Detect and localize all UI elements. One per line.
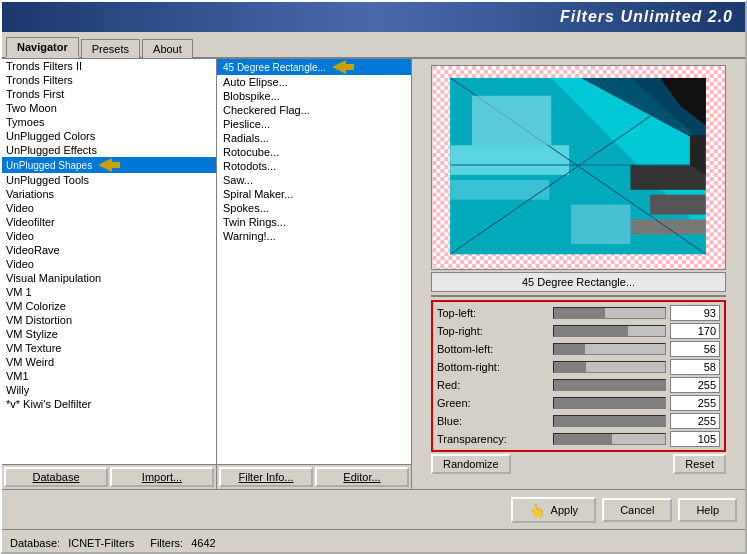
category-item[interactable]: VM Texture bbox=[2, 341, 216, 355]
tab-navigator[interactable]: Navigator bbox=[6, 37, 79, 58]
preview-container bbox=[431, 65, 726, 270]
param-value[interactable]: 58 bbox=[670, 359, 720, 375]
params-section: Top-left: 93 Top-right: 170 Bottom-left:… bbox=[431, 300, 726, 452]
filter-item[interactable]: Checkered Flag... bbox=[217, 103, 411, 117]
database-button[interactable]: Database bbox=[4, 467, 108, 487]
category-item[interactable]: Tymoes bbox=[2, 115, 216, 129]
param-value[interactable]: 255 bbox=[670, 413, 720, 429]
category-item[interactable]: UnPlugged Effects bbox=[2, 143, 216, 157]
param-value[interactable]: 105 bbox=[670, 431, 720, 447]
category-item[interactable]: VM Stylize bbox=[2, 327, 216, 341]
randomize-button[interactable]: Randomize bbox=[431, 454, 511, 474]
filter-item[interactable]: Auto Elipse... bbox=[217, 75, 411, 89]
category-item[interactable]: VM Distortion bbox=[2, 313, 216, 327]
tab-presets[interactable]: Presets bbox=[81, 39, 140, 58]
param-label: Top-right: bbox=[437, 325, 549, 337]
category-panel-bottom: Database Import... bbox=[2, 464, 216, 489]
filter-item[interactable]: Spokes... bbox=[217, 201, 411, 215]
category-item[interactable]: Video bbox=[2, 257, 216, 271]
category-panel: Tronds Filters IITronds FiltersTronds Fi… bbox=[2, 59, 217, 489]
main-content: Tronds Filters IITronds FiltersTronds Fi… bbox=[2, 59, 745, 489]
param-value[interactable]: 56 bbox=[670, 341, 720, 357]
filter-item[interactable]: Radials... bbox=[217, 131, 411, 145]
import-button[interactable]: Import... bbox=[110, 467, 214, 487]
category-item[interactable]: Video bbox=[2, 201, 216, 215]
cancel-button[interactable]: Cancel bbox=[602, 498, 672, 522]
param-slider[interactable] bbox=[553, 397, 667, 409]
help-button[interactable]: Help bbox=[678, 498, 737, 522]
param-slider[interactable] bbox=[553, 343, 667, 355]
param-slider[interactable] bbox=[553, 361, 667, 373]
filter-item[interactable]: Spiral Maker... bbox=[217, 187, 411, 201]
param-label: Blue: bbox=[437, 415, 549, 427]
param-row: Green: 255 bbox=[435, 394, 722, 412]
svg-rect-20 bbox=[571, 205, 630, 245]
preview-svg bbox=[432, 66, 725, 269]
tab-about[interactable]: About bbox=[142, 39, 193, 58]
param-slider[interactable] bbox=[553, 415, 667, 427]
param-label: Top-left: bbox=[437, 307, 549, 319]
status-bar: Database: ICNET-Filters Filters: 4642 bbox=[2, 529, 745, 554]
category-item[interactable]: VM Weird bbox=[2, 355, 216, 369]
category-item[interactable]: UnPlugged Colors bbox=[2, 129, 216, 143]
category-item[interactable]: UnPlugged Tools bbox=[2, 173, 216, 187]
editor-button[interactable]: Editor... bbox=[315, 467, 409, 487]
arrow-icon bbox=[98, 158, 120, 172]
category-item[interactable]: Two Moon bbox=[2, 101, 216, 115]
filter-list[interactable]: 45 Degree Rectangle... Auto Elipse...Blo… bbox=[217, 59, 411, 464]
param-row: Blue: 255 bbox=[435, 412, 722, 430]
filter-name-bar: 45 Degree Rectangle... bbox=[431, 272, 726, 292]
category-item[interactable]: Visual Manipulation bbox=[2, 271, 216, 285]
param-label: Bottom-right: bbox=[437, 361, 549, 373]
param-row: Bottom-right: 58 bbox=[435, 358, 722, 376]
title-bar: Filters Unlimited 2.0 bbox=[2, 2, 745, 32]
param-slider[interactable] bbox=[553, 379, 667, 391]
category-item[interactable]: Video bbox=[2, 229, 216, 243]
randomize-reset-row: Randomize Reset bbox=[431, 454, 726, 474]
svg-rect-14 bbox=[450, 180, 549, 200]
category-item[interactable]: UnPlugged Shapes bbox=[2, 157, 216, 173]
filter-item[interactable]: Pieslice... bbox=[217, 117, 411, 131]
filter-item[interactable]: Rotodots... bbox=[217, 159, 411, 173]
param-value[interactable]: 93 bbox=[670, 305, 720, 321]
filter-item[interactable]: Warning!... bbox=[217, 229, 411, 243]
arrow-icon bbox=[332, 60, 354, 74]
category-item[interactable]: VideoRave bbox=[2, 243, 216, 257]
category-item[interactable]: Tronds Filters bbox=[2, 73, 216, 87]
svg-text:👆: 👆 bbox=[529, 503, 546, 517]
filter-item[interactable]: Saw... bbox=[217, 173, 411, 187]
apply-button[interactable]: 👆 Apply bbox=[511, 497, 597, 523]
category-item[interactable]: VM 1 bbox=[2, 285, 216, 299]
svg-marker-1 bbox=[332, 60, 354, 74]
category-item[interactable]: Videofilter bbox=[2, 215, 216, 229]
param-value[interactable]: 255 bbox=[670, 377, 720, 393]
param-value[interactable]: 255 bbox=[670, 395, 720, 411]
category-item[interactable]: Variations bbox=[2, 187, 216, 201]
param-label: Transparency: bbox=[437, 433, 549, 445]
category-item[interactable]: VM Colorize bbox=[2, 299, 216, 313]
param-label: Bottom-left: bbox=[437, 343, 549, 355]
filter-item[interactable]: Blobspike... bbox=[217, 89, 411, 103]
reset-button[interactable]: Reset bbox=[673, 454, 726, 474]
param-slider[interactable] bbox=[553, 433, 667, 445]
param-value[interactable]: 170 bbox=[670, 323, 720, 339]
filter-item[interactable]: 45 Degree Rectangle... bbox=[217, 59, 411, 75]
category-list[interactable]: Tronds Filters IITronds FiltersTronds Fi… bbox=[2, 59, 216, 464]
filter-item[interactable]: Rotocube... bbox=[217, 145, 411, 159]
param-slider[interactable] bbox=[553, 325, 667, 337]
category-item[interactable]: *v* Kiwi's Delfilter bbox=[2, 397, 216, 411]
svg-rect-19 bbox=[472, 96, 551, 146]
filter-info-button[interactable]: Filter Info... bbox=[219, 467, 313, 487]
svg-rect-13 bbox=[450, 145, 569, 175]
param-row: Top-left: 93 bbox=[435, 304, 722, 322]
category-item[interactable]: VM1 bbox=[2, 369, 216, 383]
category-item[interactable]: Tronds Filters II bbox=[2, 59, 216, 73]
filter-item[interactable]: Twin Rings... bbox=[217, 215, 411, 229]
category-item[interactable]: Tronds First bbox=[2, 87, 216, 101]
svg-marker-0 bbox=[98, 158, 120, 172]
param-label: Green: bbox=[437, 397, 549, 409]
category-item[interactable]: Willy bbox=[2, 383, 216, 397]
param-slider[interactable] bbox=[553, 307, 667, 319]
apply-hand-icon: 👆 bbox=[529, 503, 547, 517]
param-row: Top-right: 170 bbox=[435, 322, 722, 340]
